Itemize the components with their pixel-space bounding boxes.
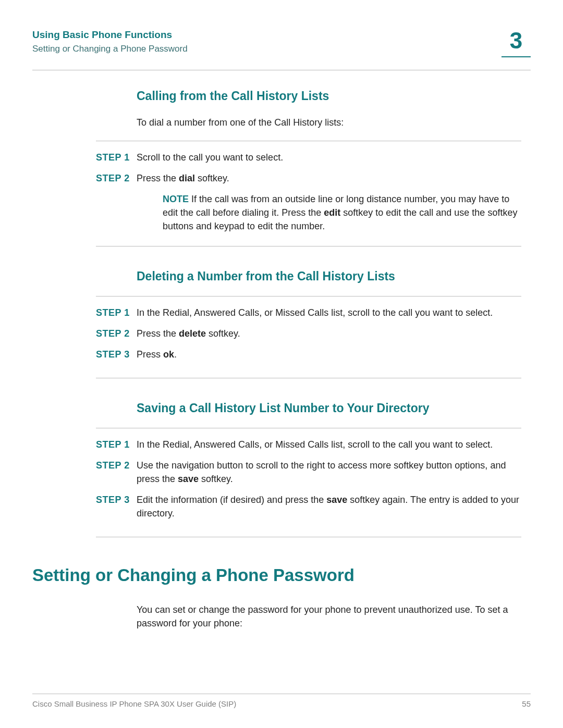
step-text: Edit the information (if desired) and pr… — [137, 493, 521, 520]
step-label: STEP 1 — [96, 306, 137, 319]
intro-text: You can set or change the password for y… — [137, 603, 521, 630]
step-text: Use the navigation button to scroll to t… — [137, 459, 521, 486]
step-row: STEP 3 Edit the information (if desired)… — [96, 493, 521, 520]
chapter-number: 3 — [501, 29, 531, 52]
page-number: 55 — [522, 699, 531, 708]
step-row: STEP 1 In the Redial, Answered Calls, or… — [96, 306, 521, 319]
step-list: STEP 1 Scroll to the call you want to se… — [96, 141, 521, 246]
step-label: STEP 2 — [96, 171, 137, 185]
step-label: STEP 1 — [96, 151, 137, 164]
step-text: In the Redial, Answered Calls, or Missed… — [137, 438, 521, 451]
chapter-number-underline — [501, 56, 531, 57]
step-list: STEP 1 In the Redial, Answered Calls, or… — [96, 428, 521, 537]
step-label: STEP 3 — [96, 348, 137, 361]
step-list: STEP 1 In the Redial, Answered Calls, or… — [96, 296, 521, 378]
note-label: NOTE — [163, 194, 189, 204]
note: NOTE If the call was from an outside lin… — [163, 192, 521, 233]
page-footer: Cisco Small Business IP Phone SPA 30X Us… — [32, 694, 531, 708]
section-calling-from-history: Calling from the Call History Lists To d… — [137, 89, 521, 246]
step-row: STEP 1 In the Redial, Answered Calls, or… — [96, 438, 521, 451]
step-row: STEP 2 Use the navigation button to scro… — [96, 459, 521, 486]
step-label: STEP 2 — [96, 459, 137, 486]
step-label: STEP 3 — [96, 493, 137, 520]
step-label: STEP 1 — [96, 438, 137, 451]
page: Using Basic Phone Functions Setting or C… — [0, 0, 563, 728]
step-row: STEP 3 Press ok. — [96, 348, 521, 361]
section-saving-to-directory: Saving a Call History List Number to You… — [137, 401, 521, 537]
header-left: Using Basic Phone Functions Setting or C… — [32, 29, 188, 54]
note-text: If the call was from an outside line or … — [163, 194, 517, 231]
step-text: In the Redial, Answered Calls, or Missed… — [137, 306, 521, 319]
page-header: Using Basic Phone Functions Setting or C… — [32, 29, 531, 57]
step-text: Press the delete softkey. — [137, 327, 521, 340]
footer-title: Cisco Small Business IP Phone SPA 30X Us… — [32, 699, 236, 708]
subheading: Deleting a Number from the Call History … — [137, 269, 521, 283]
chapter-number-box: 3 — [501, 29, 531, 57]
subheading: Saving a Call History List Number to You… — [137, 401, 521, 415]
step-row: STEP 2 Press the delete softkey. — [96, 327, 521, 340]
step-text: Press ok. — [137, 348, 521, 361]
subheading: Calling from the Call History Lists — [137, 89, 521, 103]
intro-text: To dial a number from one of the Call Hi… — [137, 116, 521, 129]
header-rule — [32, 70, 531, 70]
section-heading-password: Setting or Changing a Phone Password — [32, 565, 531, 585]
chapter-title: Using Basic Phone Functions — [32, 29, 188, 41]
step-row: STEP 2 Press the dial softkey. — [96, 171, 521, 185]
step-text: Scroll to the call you want to select. — [137, 151, 521, 164]
step-label: STEP 2 — [96, 327, 137, 340]
section-password-body: You can set or change the password for y… — [137, 603, 521, 630]
section-deleting-from-history: Deleting a Number from the Call History … — [137, 269, 521, 378]
breadcrumb: Setting or Changing a Phone Password — [32, 44, 188, 54]
step-text: Press the dial softkey. — [137, 171, 521, 185]
step-row: STEP 1 Scroll to the call you want to se… — [96, 151, 521, 164]
